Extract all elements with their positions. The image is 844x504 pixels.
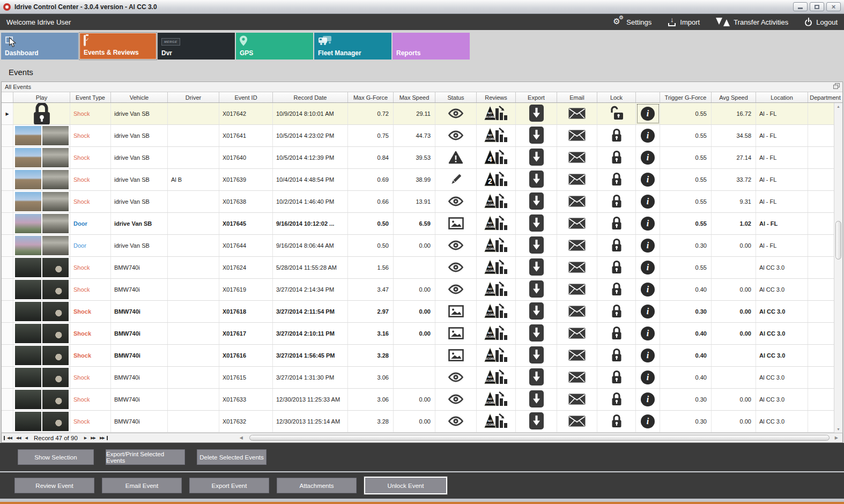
play-cell[interactable] xyxy=(13,301,70,322)
table-row[interactable]: Door idrive Van SB X017644 9/16/2014 8:0… xyxy=(2,235,842,257)
play-cell[interactable] xyxy=(13,323,70,344)
reviews-score-button[interactable]: NOSCORE xyxy=(477,125,516,146)
info-button[interactable]: i xyxy=(636,279,660,300)
status-icon-cell[interactable] xyxy=(435,345,477,366)
event-thumbnail-cabin[interactable] xyxy=(42,214,69,233)
tab-events-reviews[interactable]: Events & Reviews xyxy=(79,33,157,60)
table-row[interactable]: Shock idrive Van SB X017641 10/5/2014 4:… xyxy=(2,125,842,147)
lock-button[interactable] xyxy=(597,125,636,146)
email-button[interactable] xyxy=(557,125,597,146)
email-button[interactable] xyxy=(557,191,597,212)
reviews-score-button[interactable]: NOSCORE xyxy=(477,389,516,410)
event-thumbnail-front[interactable] xyxy=(15,148,41,167)
export-button[interactable] xyxy=(516,279,557,300)
play-cell[interactable] xyxy=(13,411,70,432)
table-row[interactable]: Shock BMW740i X017633 12/30/2013 11:25:3… xyxy=(2,389,842,411)
lock-button[interactable] xyxy=(597,345,636,366)
column-header-driver[interactable]: Driver xyxy=(168,92,219,102)
lock-button[interactable] xyxy=(597,279,636,300)
scroll-up-icon[interactable]: ▲ xyxy=(834,105,842,108)
info-button[interactable]: i xyxy=(636,235,660,256)
export-button[interactable] xyxy=(516,257,557,278)
event-thumbnail-front[interactable] xyxy=(15,170,41,189)
event-thumbnail-cabin[interactable] xyxy=(42,170,69,189)
status-icon-cell[interactable] xyxy=(435,279,477,300)
play-cell[interactable] xyxy=(13,235,70,256)
reviews-score-button[interactable]: NOSCORE xyxy=(477,279,516,300)
lock-button[interactable] xyxy=(597,103,636,124)
event-thumbnail-front[interactable] xyxy=(15,214,41,233)
play-cell[interactable] xyxy=(13,125,70,146)
lock-button[interactable] xyxy=(597,235,636,256)
column-header-record-date[interactable]: Record Date xyxy=(273,92,348,102)
info-button[interactable]: i xyxy=(636,257,660,278)
export-button[interactable] xyxy=(516,367,557,388)
reviews-score-button[interactable]: NOSCORE xyxy=(477,257,516,278)
event-thumbnail-front[interactable] xyxy=(15,192,41,211)
play-cell[interactable] xyxy=(13,345,70,366)
next-record-button[interactable]: ▶ xyxy=(82,436,88,440)
status-icon-cell[interactable] xyxy=(435,103,477,124)
email-button[interactable] xyxy=(557,257,597,278)
play-cell[interactable] xyxy=(13,169,70,190)
export-button[interactable] xyxy=(516,345,557,366)
table-row[interactable]: Door idrive Van SB X017645 9/16/2014 10:… xyxy=(2,213,842,235)
export-button[interactable] xyxy=(516,191,557,212)
status-icon-cell[interactable] xyxy=(435,323,477,344)
export-button[interactable] xyxy=(516,411,557,432)
info-button[interactable]: i xyxy=(636,345,660,366)
play-cell[interactable] xyxy=(13,389,70,410)
column-header-info[interactable] xyxy=(636,92,660,102)
email-button[interactable] xyxy=(557,367,597,388)
vertical-scrollbar-thumb[interactable] xyxy=(835,221,841,260)
event-thumbnail-cabin[interactable] xyxy=(42,368,69,387)
column-header-reviews[interactable]: Reviews xyxy=(477,92,516,102)
reviews-score-button[interactable]: NOSCORE xyxy=(477,235,516,256)
column-header-export[interactable]: Export xyxy=(516,92,557,102)
delete-selected-events-button[interactable]: Delete Selected Events xyxy=(197,449,266,465)
lock-button[interactable] xyxy=(597,257,636,278)
info-button[interactable]: i xyxy=(636,103,660,124)
event-thumbnail-cabin[interactable] xyxy=(42,324,69,343)
reviews-score-button[interactable]: 2 xyxy=(477,169,516,190)
event-thumbnail-cabin[interactable] xyxy=(42,236,69,255)
event-thumbnail-front[interactable] xyxy=(15,412,41,431)
event-thumbnail-front[interactable] xyxy=(15,324,41,343)
event-thumbnail-cabin[interactable] xyxy=(42,412,69,431)
event-thumbnail-front[interactable] xyxy=(15,302,41,321)
review-event-button[interactable]: Review Event xyxy=(14,478,94,493)
event-thumbnail-front[interactable] xyxy=(15,346,41,365)
column-header-avg-speed[interactable]: Avg Speed xyxy=(712,92,756,102)
status-icon-cell[interactable] xyxy=(435,411,477,432)
play-cell[interactable] xyxy=(13,367,70,388)
info-button[interactable]: i xyxy=(636,169,660,190)
column-header-event-id[interactable]: Event ID xyxy=(219,92,273,102)
info-button[interactable]: i xyxy=(636,147,660,168)
export-button[interactable] xyxy=(516,103,557,124)
reviews-score-button[interactable]: NOSCORE xyxy=(477,103,516,124)
reviews-score-button[interactable]: NOSCORE xyxy=(477,301,516,322)
lock-button[interactable] xyxy=(597,301,636,322)
table-row[interactable]: Shock BMW740i X017618 3/27/2014 2:11:54 … xyxy=(2,301,842,323)
email-button[interactable] xyxy=(557,169,597,190)
email-button[interactable] xyxy=(557,301,597,322)
column-header-department[interactable]: Department xyxy=(808,92,842,102)
restore-panel-icon[interactable] xyxy=(833,85,838,89)
email-event-button[interactable]: Email Event xyxy=(102,478,182,493)
column-header-email[interactable]: Email xyxy=(557,92,597,102)
event-thumbnail-front[interactable] xyxy=(15,236,41,255)
column-header-location[interactable]: Location xyxy=(756,92,808,102)
event-thumbnail-front[interactable] xyxy=(15,368,41,387)
lock-button[interactable] xyxy=(597,367,636,388)
info-button[interactable]: i xyxy=(636,125,660,146)
status-icon-cell[interactable] xyxy=(435,235,477,256)
horizontal-scrollbar[interactable]: ◀ ▶ xyxy=(238,434,840,442)
attachments-button[interactable]: Attachments xyxy=(277,478,357,493)
import-button[interactable]: ↓ Import xyxy=(668,18,700,26)
scroll-down-icon[interactable]: ▼ xyxy=(834,427,842,431)
table-row[interactable]: Shock BMW740i X017619 3/27/2014 2:14:34 … xyxy=(2,279,842,301)
rewind-button[interactable]: ◀◀ xyxy=(14,436,23,440)
tab-dashboard[interactable]: Dashboard xyxy=(1,33,78,60)
event-thumbnail-cabin[interactable] xyxy=(42,126,69,145)
scroll-right-icon[interactable]: ▶ xyxy=(833,435,840,440)
